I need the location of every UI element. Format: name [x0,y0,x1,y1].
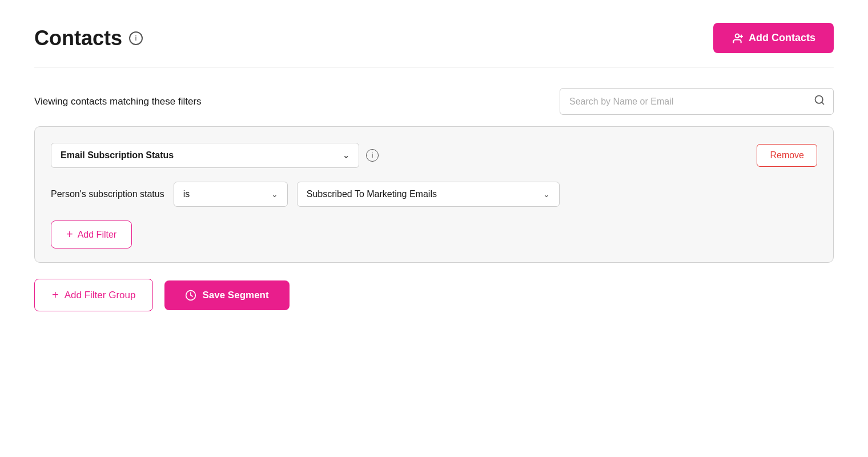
filter-row-label: Person's subscription status [51,189,164,199]
header-divider [34,67,834,67]
filter-type-chevron-icon: ⌄ [343,151,349,160]
add-filter-group-plus-icon: + [52,288,59,302]
filter-operator-chevron-icon: ⌄ [271,190,278,199]
filter-info-icon[interactable]: i [366,149,379,162]
viewing-text: Viewing contacts matching these filters [34,96,202,107]
filter-group-header-left: Email Subscription Status ⌄ i [51,143,379,168]
save-segment-icon [185,290,196,301]
filter-operator-dropdown[interactable]: is ⌄ [174,182,288,207]
filter-row: Person's subscription status is ⌄ Subscr… [51,182,817,207]
add-filter-plus-icon: + [66,228,73,241]
filter-operator-label: is [183,189,190,199]
search-wrapper [560,88,834,115]
add-filter-button[interactable]: + Add Filter [51,221,132,248]
save-segment-button[interactable]: Save Segment [164,280,289,310]
add-filter-group-button[interactable]: + Add Filter Group [34,279,153,311]
save-segment-label: Save Segment [202,290,268,301]
filter-type-dropdown[interactable]: Email Subscription Status ⌄ [51,143,359,168]
remove-filter-button[interactable]: Remove [757,144,817,167]
search-button[interactable] [806,89,833,114]
svg-line-4 [822,102,824,105]
add-filter-group-label: Add Filter Group [65,290,136,301]
filter-type-label: Email Subscription Status [61,150,338,161]
header-left: Contacts i [34,26,143,50]
bottom-actions: + Add Filter Group Save Segment [34,279,834,311]
add-filter-label: Add Filter [78,230,116,240]
search-input[interactable] [560,90,806,114]
svg-point-0 [736,34,740,38]
filter-value-label: Subscribed To Marketing Emails [307,189,437,199]
filter-group-header: Email Subscription Status ⌄ i Remove [51,143,817,168]
search-icon [814,94,825,106]
page-title: Contacts [34,26,122,50]
filter-value-dropdown[interactable]: Subscribed To Marketing Emails ⌄ [297,182,560,207]
add-contacts-button[interactable]: Add Contacts [713,23,834,53]
title-info-icon[interactable]: i [129,31,143,45]
filter-top-row: Viewing contacts matching these filters [34,88,834,115]
filter-group-box: Email Subscription Status ⌄ i Remove Per… [34,126,834,263]
filter-value-chevron-icon: ⌄ [543,190,550,199]
add-contacts-icon [732,33,743,44]
page-header: Contacts i Add Contacts [34,23,834,53]
